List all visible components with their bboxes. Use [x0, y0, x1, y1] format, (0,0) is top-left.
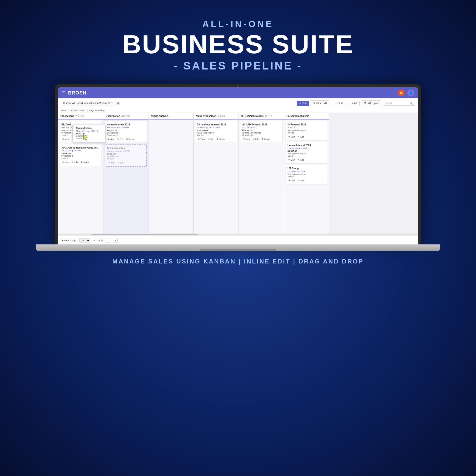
view-btn[interactable]: 👁 View [288, 179, 296, 182]
card-subtitle: JECX Group #63038 [61, 150, 100, 152]
card-lm-group[interactable]: LM Group LM Group #00149 Perception Anal… [286, 165, 327, 184]
search-input[interactable] [385, 102, 409, 104]
view-selector[interactable]: ⊞ View: All Opportunities Kanban Without… [61, 101, 116, 105]
view-btn[interactable]: 👁 View [61, 161, 70, 164]
card-actions: 👁 View ✎ Edit 🗑 Delete [61, 161, 100, 164]
nav-logo: BROSH [68, 90, 86, 96]
card-jecx[interactable]: JECX Group Renewal yearly 20... JECX Gro… [60, 144, 102, 166]
edit-layout-button[interactable]: ⊞ Edit Layout [361, 101, 381, 106]
header-pipeline: - SALES PIPELINE - [122, 59, 354, 72]
col-header-prospecting: Prospecting 17K USD [58, 113, 103, 119]
view-btn[interactable]: 👁 View [288, 158, 296, 161]
edit-btn[interactable]: ✎ Edit [297, 158, 305, 161]
col-amount-qualification: 48K USD [121, 115, 130, 117]
delete-btn[interactable]: 🗑 Delete [80, 161, 90, 164]
items-per-page-label: Items per page [61, 239, 77, 241]
results-bar: Found 10 results • Sorted by Stage ascen… [58, 108, 418, 113]
user-avatar[interactable]: 👤 [408, 89, 414, 96]
layout-icon: ⊞ [364, 102, 366, 105]
card-amount: ₪60,263.22 [242, 129, 280, 132]
view-icon: ⊞ [63, 102, 65, 104]
edit-btn[interactable]: ✎ Edit [252, 138, 259, 141]
card-doc: Opportunity [242, 134, 280, 136]
card-human-interest-2[interactable]: Human Interest 2023 Human Interest #98k.… [286, 142, 327, 163]
card-actions: 👁 View ✎ Edit [288, 158, 325, 161]
card-ta-holdings[interactable]: TA holdings renewal 2023 TA Holdings Ltd… [195, 121, 237, 143]
bell-icon: 🔔 [399, 91, 403, 95]
delete-btn[interactable]: 🗑 Delete [216, 138, 226, 141]
kanban-col-needs-analysis: Needs Analysis [149, 113, 194, 234]
import-button[interactable]: ↓ Imort [347, 101, 360, 106]
card-amount: $38,632.00 [107, 129, 145, 132]
delete-btn[interactable]: 🗑 Delete [261, 138, 271, 141]
eye-icon: 👁 [62, 161, 64, 164]
card-actions: 👁 View ✎ Edit 🗑 Delete [242, 138, 280, 141]
col-name-perception-analysis: Perception Analysis [287, 115, 309, 117]
eye-icon: 👁 [243, 138, 245, 140]
edit-btn[interactable]: ✎ Edit [297, 136, 305, 138]
view-btn[interactable]: 👁 View [61, 138, 70, 141]
card-subtitle: Human Interest #98k... [288, 147, 325, 150]
export-button[interactable]: ↑ Export [331, 101, 345, 106]
card-doc: Invoice [61, 157, 100, 159]
card-doc: Invoice [288, 175, 325, 178]
card-actions: 👁 View ✎ Edit 🗑 Delete [107, 138, 145, 141]
card-doc: Opportunity [107, 134, 145, 136]
view-label: View: All Opportunities Kanban Without C… [66, 102, 113, 104]
new-button[interactable]: + New [297, 101, 309, 106]
edit-btn[interactable]: ✎ Edit [297, 179, 305, 182]
scrollbar-thumb[interactable] [91, 234, 199, 235]
card-human-interest[interactable]: Human Interest 2023 Human Interest #6404… [105, 121, 147, 143]
horizontal-scrollbar[interactable] [58, 234, 418, 236]
card-stage: Id. Decision Makers [242, 132, 280, 134]
view-btn[interactable]: 👁 View [288, 136, 296, 138]
menu-icon[interactable]: ☰ [62, 91, 65, 95]
card-doc: Quote [288, 155, 325, 157]
export-icon: ↑ [333, 102, 335, 105]
col-name-prospecting: Prospecting [60, 115, 74, 117]
delete-btn[interactable]: 🗑 Delete [125, 138, 135, 141]
prev-page-button[interactable]: ‹ [106, 238, 110, 243]
card-title: Shalom Institute [107, 147, 144, 150]
card-actions: 👁 View ✎ Edit [107, 161, 144, 164]
next-page-button[interactable]: › [113, 238, 118, 243]
view-btn[interactable]: 👁 View [242, 138, 251, 141]
card-title: Human Interest 2023 [288, 144, 325, 147]
pencil-icon: ✎ [298, 136, 300, 138]
notification-bell[interactable]: 🔔 [398, 89, 405, 96]
card-is-renewal[interactable]: IS Renewal 2023 IS Ltd #00... Perception… [286, 121, 327, 140]
header-section: ALL-IN-ONE BUSINESS SUITE - SALES PIPELI… [122, 19, 354, 72]
card-subtitle: TA Holdings Ltd. #37899 [197, 126, 235, 129]
col-cards-perception-analysis: IS Renewal 2023 IS Ltd #00... Perception… [284, 119, 329, 234]
kanban-col-value-proposition: Value Proposition 16K ILS TA holdings re… [194, 113, 239, 234]
inline-edit-button[interactable]: ✎ Inline Edit [311, 101, 329, 106]
edit-layout-label: Edit Layout [367, 102, 379, 104]
trash-icon: 🗑 [216, 138, 219, 140]
eye-icon: 👁 [198, 138, 200, 140]
card-ac-ltd[interactable]: AC LTD Renewal 2022 AC Ltd #39407 ₪60,26… [240, 121, 282, 143]
avatar-icon: 👤 [409, 91, 413, 95]
card-title: IS Renewal 2023 [288, 123, 325, 126]
view-btn[interactable]: 👁 View [197, 138, 205, 141]
view-btn[interactable]: 👁 View [107, 161, 116, 164]
edit-btn[interactable]: ✎ Edit [207, 138, 214, 141]
card-shalom-institute[interactable]: Shalom Institute Shalom Institute #38716… [105, 144, 147, 167]
eye-icon: 👁 [288, 179, 290, 182]
card-actions: 👁 View ✎ Edit [288, 136, 325, 138]
card-doc: Invoice [197, 134, 235, 136]
crm-toolbar: ⊞ View: All Opportunities Kanban Without… [58, 98, 418, 108]
edit-btn[interactable]: ✎ Edit [116, 138, 124, 141]
col-header-qualification: Qualification 48K USD [103, 113, 148, 119]
kanban-col-decision-makers: Id. Decision Makers 60K ILS AC LTD Renew… [239, 113, 284, 234]
col-header-perception-analysis: Perception Analysis [284, 113, 329, 119]
page-size-select[interactable]: 20 50 100 [79, 238, 90, 242]
view-btn[interactable]: 👁 View [107, 138, 115, 141]
crm-navbar: ☰ BROSH 🔔 👤 [58, 87, 418, 98]
card-subtitle: Human Interest #64043 [107, 126, 145, 129]
edit-btn[interactable]: ✎ Edit [71, 161, 79, 164]
search-box[interactable]: 🔍 [383, 101, 415, 106]
kanban-col-qualification: Qualification 48K USD Human Interest 202… [103, 113, 149, 234]
edit-btn[interactable]: ✎ Edit [117, 161, 124, 164]
eye-icon: 👁 [62, 138, 64, 140]
settings-icon[interactable]: ⚙ [117, 102, 120, 105]
